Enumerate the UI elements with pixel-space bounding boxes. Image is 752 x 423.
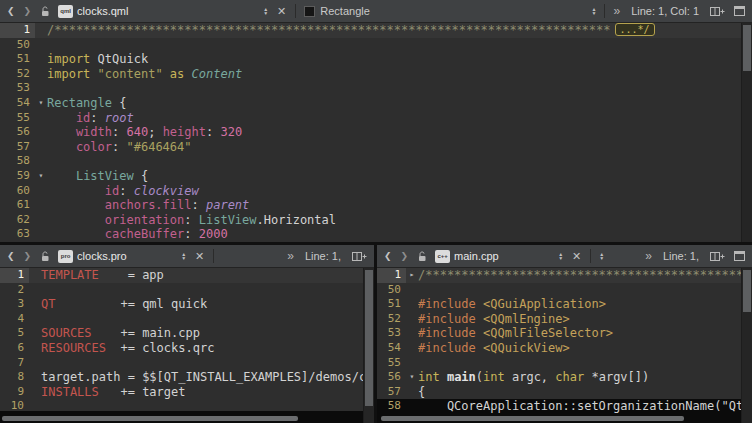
code-line[interactable]: 3QT += qml quick bbox=[0, 297, 374, 312]
back-button[interactable]: ❮ bbox=[381, 251, 395, 261]
code-line[interactable]: 7 bbox=[0, 356, 374, 371]
folded-region-marker[interactable]: ...*/ bbox=[615, 23, 655, 36]
code-line[interactable]: 1/**************************************… bbox=[0, 23, 752, 38]
vertical-scrollbar[interactable] bbox=[741, 268, 752, 423]
symbol-selector[interactable]: Rectangle ▲▼ bbox=[301, 5, 599, 17]
split-editor-button[interactable] bbox=[707, 251, 728, 262]
line-number: 52 bbox=[377, 312, 406, 327]
code-line[interactable]: 57 color: "#646464" bbox=[0, 140, 752, 155]
fold-column bbox=[29, 297, 41, 312]
code-text: id: root bbox=[47, 111, 752, 126]
fold-column bbox=[29, 283, 41, 298]
code-line[interactable]: 53 bbox=[0, 81, 752, 96]
editor-pane-bottom-left: ❮ ❯ pro clocks.pro ▲▼ ✕ » Line: 1, bbox=[0, 245, 374, 423]
code-line[interactable]: 2 bbox=[0, 283, 374, 298]
code-line[interactable]: 54▾Rectangle { bbox=[0, 96, 752, 111]
back-button[interactable]: ❮ bbox=[4, 6, 18, 16]
fold-column bbox=[35, 140, 47, 155]
document-selector[interactable]: c++ main.cpp ▲▼ bbox=[433, 250, 565, 263]
code-line[interactable]: 8target.path = $$[QT_INSTALL_EXAMPLES]/d… bbox=[0, 370, 374, 385]
code-line[interactable]: 58 bbox=[0, 154, 752, 169]
fold-marker-icon[interactable]: ▾ bbox=[406, 370, 418, 385]
forward-button[interactable]: ❯ bbox=[21, 251, 35, 261]
code-text: QCoreApplication::setOrganizationName("Q… bbox=[418, 399, 752, 414]
line-number: 50 bbox=[0, 38, 35, 53]
code-line[interactable]: 9INSTALLS += target bbox=[0, 385, 374, 400]
fold-marker-icon[interactable]: ▾ bbox=[35, 169, 47, 184]
open-in-new-window-button[interactable] bbox=[731, 251, 748, 261]
code-text: RESOURCES += clocks.qrc bbox=[41, 341, 374, 356]
open-in-new-window-button[interactable] bbox=[731, 6, 748, 16]
line-number: 54 bbox=[0, 96, 35, 111]
line-number: 2 bbox=[0, 283, 29, 298]
code-line[interactable]: 56▾int main(int argc, char *argv[]) bbox=[377, 370, 752, 385]
code-line[interactable]: 60 id: clockview bbox=[0, 184, 752, 199]
close-document-button[interactable]: ✕ bbox=[191, 250, 208, 263]
code-editor-main-cpp[interactable]: 1▸/*************************************… bbox=[377, 268, 752, 423]
fold-column bbox=[29, 399, 41, 414]
code-line[interactable]: 6RESOURCES += clocks.qrc bbox=[0, 341, 374, 356]
code-line[interactable]: 5SOURCES += main.cpp bbox=[0, 326, 374, 341]
forward-button[interactable]: ❯ bbox=[21, 6, 35, 16]
line-number: 56 bbox=[0, 125, 35, 140]
code-line[interactable]: 51#include <QGuiApplication> bbox=[377, 297, 752, 312]
code-line[interactable]: 50 bbox=[377, 283, 752, 298]
scrollbar-handle[interactable] bbox=[743, 270, 751, 312]
code-line[interactable]: 57{ bbox=[377, 385, 752, 400]
code-line[interactable]: 51import QtQuick bbox=[0, 52, 752, 67]
vertical-scrollbar[interactable] bbox=[363, 268, 374, 423]
scrollbar-handle[interactable] bbox=[381, 416, 684, 421]
symbol-selector-collapsed[interactable]: ▲▼ bbox=[599, 252, 604, 260]
line-number: 7 bbox=[0, 356, 29, 371]
line-number: 57 bbox=[0, 140, 35, 155]
line-number: 9 bbox=[0, 385, 29, 400]
code-line[interactable]: 61 anchors.fill: parent bbox=[0, 198, 752, 213]
code-line[interactable]: 10 bbox=[0, 399, 374, 414]
fold-marker-icon[interactable]: ▸ bbox=[406, 268, 418, 283]
forward-button[interactable]: ❯ bbox=[398, 251, 412, 261]
code-line[interactable]: 1TEMPLATE = app bbox=[0, 268, 374, 283]
bottom-editor-row: ❮ ❯ pro clocks.pro ▲▼ ✕ » Line: 1, bbox=[0, 245, 752, 423]
code-line[interactable]: 4 bbox=[0, 312, 374, 327]
back-button[interactable]: ❮ bbox=[4, 251, 18, 261]
code-line[interactable]: 52#include <QQmlEngine> bbox=[377, 312, 752, 327]
split-editor-button[interactable] bbox=[707, 6, 728, 17]
code-line[interactable]: 54#include <QQuickView> bbox=[377, 341, 752, 356]
code-editor-clocks-qml[interactable]: 1/**************************************… bbox=[0, 23, 752, 242]
close-document-button[interactable]: ✕ bbox=[568, 250, 585, 263]
code-line[interactable]: 52import "content" as Content bbox=[0, 67, 752, 82]
document-selector[interactable]: qml clocks.qml ▲▼ bbox=[56, 5, 270, 18]
code-line[interactable]: 62 orientation: ListView.Horizontal bbox=[0, 213, 752, 228]
code-line[interactable]: 56 width: 640; height: 320 bbox=[0, 125, 752, 140]
qml-file-icon: qml bbox=[58, 5, 73, 18]
overflow-chevron-icon[interactable]: » bbox=[642, 249, 655, 263]
fold-column bbox=[35, 38, 47, 53]
fold-column bbox=[406, 326, 418, 341]
scrollbar-handle[interactable] bbox=[743, 25, 751, 71]
code-line[interactable]: 59▾ ListView { bbox=[0, 169, 752, 184]
code-editor-clocks-pro[interactable]: 1TEMPLATE = app23QT += qml quick45SOURCE… bbox=[0, 268, 374, 423]
fold-marker-icon[interactable]: ▾ bbox=[35, 96, 47, 111]
close-document-button[interactable]: ✕ bbox=[273, 5, 290, 18]
document-name: clocks.qml bbox=[77, 5, 128, 17]
code-text: /***************************************… bbox=[418, 268, 752, 283]
vertical-scrollbar[interactable] bbox=[741, 23, 752, 242]
code-text: /***************************************… bbox=[47, 23, 752, 38]
code-line[interactable]: 63 cacheBuffer: 2000 bbox=[0, 227, 752, 242]
line-number: 10 bbox=[0, 399, 29, 414]
code-line[interactable]: 55 id: root bbox=[0, 111, 752, 126]
code-line[interactable]: 53#include <QQmlFileSelector> bbox=[377, 326, 752, 341]
code-line[interactable]: 1▸/*************************************… bbox=[377, 268, 752, 283]
document-selector[interactable]: pro clocks.pro ▲▼ bbox=[56, 250, 188, 263]
code-line[interactable]: 50 bbox=[0, 38, 752, 53]
overflow-chevron-icon[interactable]: » bbox=[610, 4, 623, 18]
split-editor-button[interactable] bbox=[349, 251, 370, 262]
code-text: id: clockview bbox=[47, 184, 752, 199]
scrollbar-handle[interactable] bbox=[2, 416, 298, 421]
code-text bbox=[418, 356, 752, 371]
code-line[interactable]: 58 QCoreApplication::setOrganizationName… bbox=[377, 399, 752, 414]
scrollbar-handle[interactable] bbox=[365, 270, 373, 406]
line-number: 58 bbox=[377, 399, 406, 414]
code-line[interactable]: 55 bbox=[377, 356, 752, 371]
overflow-chevron-icon[interactable]: » bbox=[284, 249, 297, 263]
